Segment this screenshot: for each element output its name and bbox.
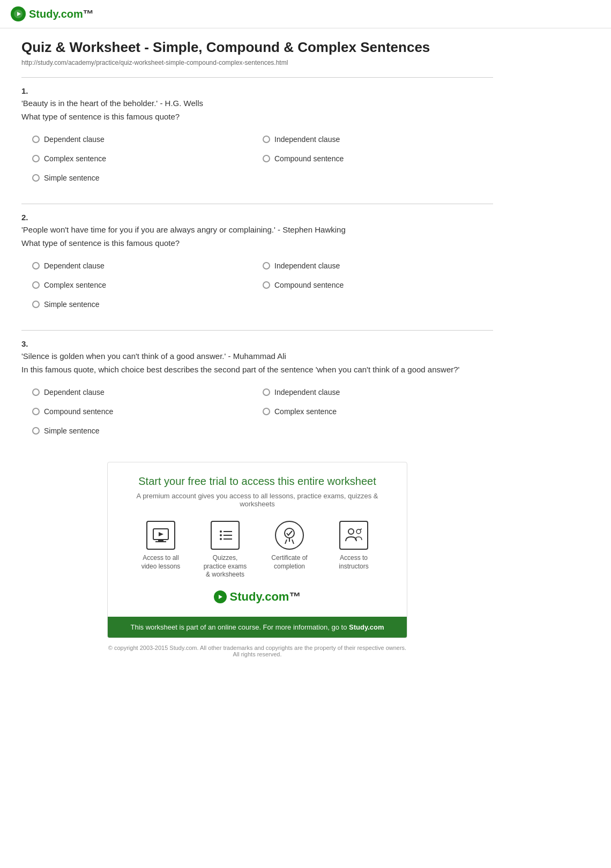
quizzes-icon [211,521,240,550]
svg-point-12 [285,528,294,538]
question-1-text: What type of sentence is this famous quo… [21,112,493,121]
radio-q1-complex[interactable] [32,155,40,162]
option-q2-independent-clause[interactable]: Independent clause [263,256,493,275]
option-q3-independent-clause[interactable]: Independent clause [263,383,493,402]
radio-q2-dependent[interactable] [32,262,40,270]
video-lessons-icon [146,521,175,550]
option-q1-independent-clause[interactable]: Independent clause [263,130,493,149]
radio-q2-simple[interactable] [32,301,40,308]
promo-logo: Study.com™ [124,590,391,604]
question-3-number: 3. [21,339,493,348]
svg-point-16 [348,529,354,534]
promo-inner: Start your free trial to access this ent… [108,462,407,617]
copyright-line1: © copyright 2003-2015 Study.com. All oth… [21,645,493,651]
svg-line-13 [285,540,287,544]
option-q1-simple-sentence[interactable]: Simple sentence [32,168,493,188]
radio-q3-independent[interactable] [263,388,270,396]
promo-box: Start your free trial to access this ent… [107,462,407,638]
option-q3-simple-sentence[interactable]: Simple sentence [32,421,493,440]
question-1: 1. 'Beauty is in the heart of the behold… [21,86,493,188]
svg-rect-4 [155,541,166,542]
option-q1-compound-sentence[interactable]: Compound sentence [263,149,493,168]
radio-q2-complex[interactable] [32,281,40,289]
promo-feature-certificate-label: Certificate of completion [265,554,314,571]
promo-subtitle: A premium account gives you access to al… [124,492,391,508]
question-3: 3. 'Silence is golden when you can't thi… [21,339,493,440]
option-q3-complex-sentence[interactable]: Complex sentence [263,402,493,421]
option-q2-dependent-clause[interactable]: Dependent clause [32,256,263,275]
promo-feature-instructors-label: Access to instructors [330,554,378,571]
question-3-options: Dependent clause Independent clause Comp… [32,383,493,440]
label-q2-complex: Complex sentence [44,281,106,289]
svg-line-14 [292,540,294,544]
promo-footer-link[interactable]: Study.com [349,623,384,631]
option-q2-compound-sentence[interactable]: Compound sentence [263,275,493,295]
promo-feature-instructors: Access to instructors [330,521,378,579]
label-q3-complex: Complex sentence [274,407,337,416]
divider-q2-q3 [21,330,493,331]
promo-feature-video-label: Access to all video lessons [137,554,185,571]
label-q1-independent: Independent clause [274,135,340,144]
svg-point-6 [220,530,222,533]
question-2-number: 2. [21,213,493,222]
label-q2-independent: Independent clause [274,261,340,270]
promo-feature-quizzes-label: Quizzes, practice exams & worksheets [201,554,249,579]
radio-q3-simple[interactable] [32,427,40,435]
question-3-text: In this famous quote, which choice best … [21,365,493,374]
label-q1-simple: Simple sentence [44,174,100,182]
question-1-options: Dependent clause Independent clause Comp… [32,130,493,188]
question-1-number: 1. [21,86,493,95]
divider-q1-q2 [21,204,493,204]
question-3-quote: 'Silence is golden when you can't think … [21,351,493,361]
label-q3-dependent: Dependent clause [44,388,105,396]
promo-section: Start your free trial to access this ent… [21,462,493,638]
question-2: 2. 'People won't have time for you if yo… [21,213,493,314]
page-title: Quiz & Worksheet - Simple, Compound & Co… [21,39,493,56]
option-q1-dependent-clause[interactable]: Dependent clause [32,130,263,149]
option-q3-dependent-clause[interactable]: Dependent clause [32,383,263,402]
radio-q3-compound[interactable] [32,408,40,415]
copyright: © copyright 2003-2015 Study.com. All oth… [21,638,493,664]
promo-features: Access to all video lessons [124,521,391,579]
svg-marker-19 [219,595,222,599]
logo[interactable]: Study.com™ [11,6,600,21]
promo-footer: This worksheet is part of an online cour… [108,617,407,638]
label-q2-dependent: Dependent clause [44,261,105,270]
label-q2-simple: Simple sentence [44,300,100,309]
svg-line-18 [360,529,362,530]
logo-icon [11,6,26,21]
label-q3-independent: Independent clause [274,388,340,396]
question-2-text: What type of sentence is this famous quo… [21,238,493,248]
radio-q1-independent[interactable] [263,136,270,143]
radio-q1-compound[interactable] [263,155,270,162]
option-q2-simple-sentence[interactable]: Simple sentence [32,295,493,314]
promo-logo-text: Study.com™ [230,590,301,604]
radio-q1-simple[interactable] [32,174,40,182]
svg-point-8 [220,534,222,536]
svg-rect-3 [158,540,163,541]
question-2-quote: 'People won't have time for you if you a… [21,225,493,234]
radio-q2-compound[interactable] [263,281,270,289]
instructors-icon [339,521,368,550]
option-q2-complex-sentence[interactable]: Complex sentence [32,275,263,295]
svg-point-10 [220,538,222,540]
question-1-quote: 'Beauty is in the heart of the beholder.… [21,99,493,108]
label-q1-compound: Compound sentence [274,154,344,163]
page-url: http://study.com/academy/practice/quiz-w… [21,59,493,66]
radio-q1-dependent[interactable] [32,136,40,143]
option-q1-complex-sentence[interactable]: Complex sentence [32,149,263,168]
copyright-line2: All rights reserved. [21,651,493,657]
radio-q3-complex[interactable] [263,408,270,415]
promo-logo-icon [214,590,227,603]
radio-q3-dependent[interactable] [32,388,40,396]
promo-feature-quizzes: Quizzes, practice exams & worksheets [201,521,249,579]
label-q2-compound: Compound sentence [274,281,344,289]
promo-title: Start your free trial to access this ent… [124,475,391,488]
divider-top [21,77,493,78]
page-header: Study.com™ [0,0,611,28]
certificate-icon [275,521,304,550]
promo-feature-certificate: Certificate of completion [265,521,314,579]
radio-q2-independent[interactable] [263,262,270,270]
option-q3-compound-sentence[interactable]: Compound sentence [32,402,263,421]
label-q1-complex: Complex sentence [44,154,106,163]
